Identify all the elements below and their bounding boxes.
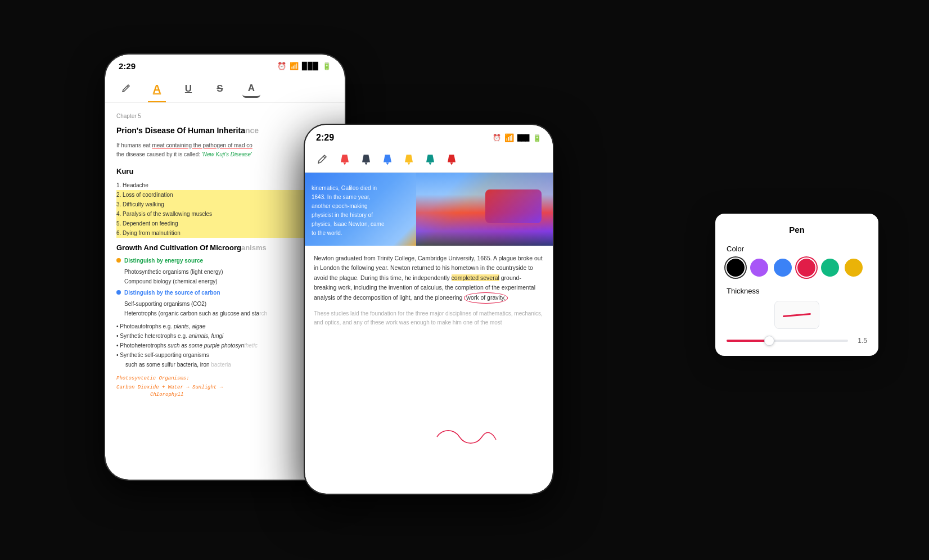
- status-bar-front: 2:29 ⏰ 📶 ▉▉▉ 🔋: [305, 125, 553, 147]
- kuru-item-1: 1. Headache: [116, 180, 333, 190]
- color-purple[interactable]: [750, 259, 768, 277]
- kuru-item-5: 5. Dependent on feeding: [116, 219, 333, 228]
- highlighter-red-front[interactable]: [339, 155, 351, 165]
- pen-tool-back[interactable]: [116, 80, 134, 98]
- carbon-source-title: Distinguish by the source of carbon: [124, 288, 267, 297]
- highlighter-dark-front[interactable]: [360, 155, 372, 165]
- handwriting-line3: Chlorophyll: [116, 391, 333, 399]
- thickness-preview: [774, 301, 819, 329]
- signal-icon-front: ▉▉▉: [517, 134, 529, 142]
- underline-tool[interactable]: U: [179, 80, 197, 98]
- kuru-item-2: 2. Loss of coordination: [116, 190, 333, 200]
- list2-item-4b: such as some sulfur bacteria, iron bacte…: [116, 360, 333, 369]
- highlighter-yellow-front[interactable]: [403, 155, 415, 165]
- slider-fill: [727, 340, 769, 342]
- wifi-icon-front: 📶: [504, 133, 514, 142]
- status-bar-back: 2:29 ⏰ 📶 ▉▉▉ 🔋: [105, 55, 345, 75]
- highlighter-teal-front[interactable]: [424, 155, 436, 165]
- highlight-a-tool[interactable]: A: [148, 80, 166, 98]
- status-icons-front: ⏰ 📶 ▉▉▉ 🔋: [493, 133, 542, 142]
- battery-icon-front: 🔋: [533, 134, 542, 142]
- kuru-title: Kuru: [116, 166, 333, 177]
- highlighted-text: completed several: [452, 274, 499, 281]
- thickness-value: 1.5: [854, 337, 867, 345]
- image-caption: kinematics, Galileo died in 1643. In the…: [312, 184, 390, 238]
- thickness-section-label: Thickness: [727, 287, 867, 295]
- wifi-icon: 📶: [290, 62, 299, 70]
- list2-item-2: • Synthetic heterotrophs e.g. animals, f…: [116, 331, 333, 341]
- pen-panel: Pen Color Thickness 1.5: [715, 214, 878, 356]
- color-red[interactable]: [797, 259, 815, 277]
- text-color-tool[interactable]: A: [242, 80, 260, 98]
- thickness-preview-line: [783, 313, 811, 317]
- energy-source-title: Distinguish by energy source: [124, 256, 223, 265]
- pen-panel-title: Pen: [727, 225, 867, 234]
- svg-point-0: [318, 162, 319, 164]
- list2-item-3: • Photoheterotrophs such as some purple …: [116, 341, 333, 350]
- doc-intro: If humans eat meat containing the pathog…: [116, 141, 333, 159]
- pen-annotation-svg: [431, 426, 499, 448]
- time-back: 2:29: [119, 61, 136, 71]
- kuru-item-3: 3. Difficulty walking: [116, 200, 333, 209]
- energy-item-2: Compound biology (chemical energy): [124, 277, 223, 286]
- color-swatches: [727, 259, 867, 277]
- strikethrough-tool[interactable]: S: [211, 80, 229, 98]
- growth-title: Growth And Cultivation Of Microorganisms: [116, 242, 333, 254]
- phone-front: 2:29 ⏰ 📶 ▉▉▉ 🔋: [304, 124, 554, 495]
- doc-body-front: Newton graduated from Trinity College, C…: [305, 246, 553, 336]
- handwriting-line2: Carbon Dioxide + Water → Sunlight →: [116, 384, 333, 392]
- toolbar-back: A U S A: [105, 75, 345, 103]
- time-front: 2:29: [316, 133, 334, 143]
- carbon-item-1: Self-supporting organisms (CO2): [124, 299, 267, 309]
- highlighter-blue-front[interactable]: [381, 155, 394, 165]
- color-blue[interactable]: [774, 259, 792, 277]
- color-section-label: Color: [727, 245, 867, 253]
- chapter-label: Chapter 5: [116, 112, 333, 120]
- color-yellow[interactable]: [845, 259, 863, 277]
- color-black[interactable]: [727, 259, 745, 277]
- alarm-icon-front: ⏰: [493, 134, 501, 142]
- status-icons-back: ⏰ 📶 ▉▉▉ 🔋: [277, 62, 331, 70]
- battery-icon: 🔋: [322, 62, 331, 70]
- body-text-front-2: These studies laid the foundation for th…: [314, 309, 544, 328]
- signal-icon: ▉▉▉: [302, 62, 319, 70]
- draw-tool-front[interactable]: [314, 152, 330, 168]
- highlighter-crimson-front[interactable]: [445, 155, 458, 165]
- body-text-front: Newton graduated from Trinity College, C…: [314, 254, 544, 304]
- kuru-item-4: 4. Paralysis of the swallowing muscles: [116, 209, 333, 219]
- doc-title-back: Prion's Disease Of Human Inheritance: [116, 125, 333, 137]
- list2-item-4: • Synthetic self-supporting organisms: [116, 350, 333, 360]
- thickness-slider-track[interactable]: [727, 340, 848, 342]
- slider-thumb[interactable]: [764, 336, 774, 346]
- energy-item-1: Photosynthetic organisms (light energy): [124, 267, 223, 277]
- kuru-item-6: 6. Dying from malnutrition: [116, 228, 333, 238]
- carbon-item-2: Heterotrophs (organic carbon such as glu…: [124, 309, 267, 318]
- circled-text: work of gravity.: [464, 292, 508, 303]
- alarm-icon: ⏰: [277, 62, 286, 70]
- toolbar-front: [305, 147, 553, 173]
- handwriting-line1: Photosyntetic Organisms:: [116, 375, 333, 383]
- list2-item-1: • Photoautotrophs e.g. plants, algae: [116, 322, 333, 331]
- doc-image-front: kinematics, Galileo died in 1643. In the…: [305, 173, 553, 246]
- color-teal[interactable]: [821, 259, 839, 277]
- slider-container: 1.5: [727, 337, 867, 345]
